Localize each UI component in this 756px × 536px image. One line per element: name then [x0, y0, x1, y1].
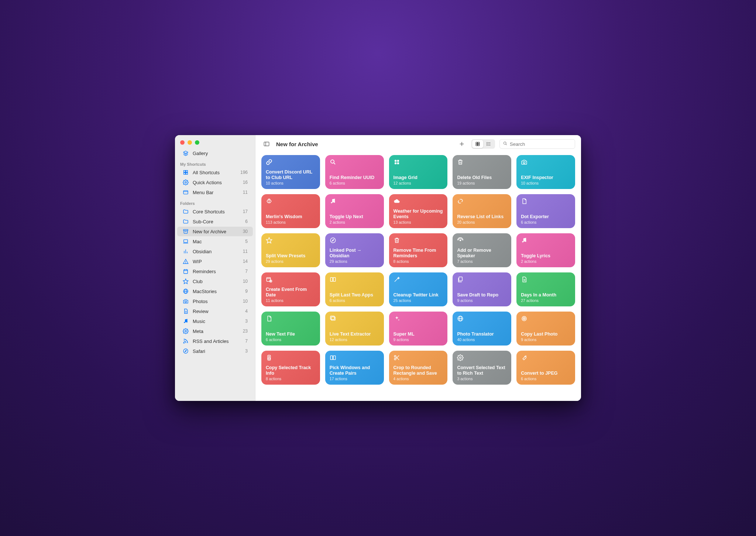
shortcut-action-count: 10 actions	[521, 181, 571, 185]
sidebar-item-wip[interactable]: WIP14	[177, 257, 253, 266]
shortcut-action-count: 27 actions	[521, 298, 571, 303]
shortcut-card[interactable]: Toggle Up Next2 actions	[325, 194, 384, 228]
svg-rect-54	[397, 162, 399, 164]
shortcut-card[interactable]: Reverse List of Links20 actions	[453, 194, 511, 228]
shortcut-title: EXIF Inspector	[521, 175, 571, 181]
shortcut-action-count: 8 actions	[266, 377, 316, 381]
shortcut-title: Reverse List of Links	[457, 214, 507, 220]
shortcut-card[interactable]: Remove Time From Reminders8 actions	[389, 233, 448, 267]
shortcut-card[interactable]: Delete Old Files19 actions	[453, 155, 511, 189]
sidebar-item-label: Menu Bar	[193, 190, 239, 195]
svg-point-46	[487, 145, 487, 145]
svg-point-65	[460, 240, 461, 241]
list-view-button[interactable]	[483, 140, 494, 148]
sidebar-item-all-shortcuts[interactable]: All Shortcuts196	[177, 168, 253, 177]
sidebar-item-mac[interactable]: Mac5	[177, 237, 253, 246]
sidebar-item-safari[interactable]: Safari3	[177, 346, 253, 356]
svg-rect-90	[330, 356, 333, 360]
trash-icon	[394, 237, 443, 244]
split-icon	[330, 354, 379, 361]
shortcut-card[interactable]: Days In a Month27 actions	[516, 272, 575, 306]
shortcut-card[interactable]: Crop to Rounded Rectangle and Save4 acti…	[389, 351, 448, 385]
shortcut-card[interactable]: Linked Post → Obsidian29 actions	[325, 233, 384, 267]
sidebar-item-label: Quick Actions	[193, 180, 239, 185]
close-window-button[interactable]	[180, 140, 185, 145]
sidebar-item-meta[interactable]: Meta23	[177, 326, 253, 336]
shortcut-card[interactable]: New Text File6 actions	[261, 312, 320, 346]
sidebar-item-menu-bar[interactable]: Menu Bar11	[177, 188, 253, 197]
shortcut-action-count: 7 actions	[457, 259, 507, 264]
grid-view-button[interactable]	[472, 140, 483, 148]
sidebar-item-count: 17	[243, 209, 248, 214]
main-panel: New for Archive Convert Discord URL	[255, 135, 581, 401]
zoom-window-button[interactable]	[195, 140, 199, 145]
shortcut-card[interactable]: Weather for Upcoming Events13 actions	[389, 194, 448, 228]
shortcut-card[interactable]: Dot Exporter6 actions	[516, 194, 575, 228]
toggle-sidebar-button[interactable]	[261, 140, 272, 148]
shortcut-title: Super ML	[394, 331, 443, 337]
shortcut-action-count: 10 actions	[266, 181, 316, 185]
shortcut-title: New Text File	[266, 331, 316, 337]
search-input[interactable]	[510, 141, 572, 147]
shortcut-title: Live Text Extractor	[330, 331, 379, 337]
shortcut-card[interactable]: Cleanup Twitter Link25 actions	[389, 272, 448, 306]
sidebar-item-club[interactable]: Club10	[177, 276, 253, 286]
shortcut-card[interactable]: Photo Translator40 actions	[453, 312, 511, 346]
sidebar-item-music[interactable]: Music3	[177, 316, 253, 326]
docstack-icon	[457, 276, 507, 283]
minimize-window-button[interactable]	[188, 140, 192, 145]
sidebar-item-count: 9	[245, 289, 248, 294]
shortcut-title: Toggle Lyrics	[521, 253, 571, 259]
sidebar-item-count: 196	[240, 170, 248, 175]
shortcut-action-count: 11 actions	[266, 298, 316, 303]
sidebar-item-label: RSS and Articles	[193, 339, 241, 344]
sidebar-item-obsidian[interactable]: Obsidian11	[177, 247, 253, 256]
sidebar-item-gallery[interactable]: Gallery	[177, 148, 253, 158]
shortcut-card[interactable]: Copy Selected Track Info8 actions	[261, 351, 320, 385]
shortcut-card[interactable]: Add or Remove Speaker7 actions	[453, 233, 511, 267]
shortcut-card[interactable]: Convert Selected Text to Rich Text3 acti…	[453, 351, 511, 385]
shortcut-card[interactable]: Convert Discord URL to Club URL10 action…	[261, 155, 320, 189]
shortcut-action-count: 9 actions	[521, 337, 571, 342]
sidebar-item-photos[interactable]: Photos10	[177, 296, 253, 306]
sidebar-item-label: Sub-Core	[193, 219, 241, 224]
shortcut-action-count: 2 actions	[330, 220, 379, 224]
shortcut-card[interactable]: EXIF Inspector10 actions	[516, 155, 575, 189]
shortcut-card[interactable]: Convert to JPEG6 actions	[516, 351, 575, 385]
shortcut-card[interactable]: Copy Last Photo9 actions	[516, 312, 575, 346]
sidebar-item-new-for-archive[interactable]: New for Archive30	[177, 227, 253, 236]
sidebar-item-quick-actions[interactable]: Quick Actions16	[177, 178, 253, 187]
shortcut-card[interactable]: Create Event From Date11 actions	[261, 272, 320, 306]
shortcut-card[interactable]: Pick Windows and Create Pairs17 actions	[325, 351, 384, 385]
toolbar: New for Archive	[255, 135, 581, 153]
shortcut-card[interactable]: Split Last Two Apps6 actions	[325, 272, 384, 306]
shortcut-card[interactable]: Toggle Lyrics2 actions	[516, 233, 575, 267]
shortcut-card[interactable]: Live Text Extractor12 actions	[325, 312, 384, 346]
shortcut-card[interactable]: Merlin's Wisdom113 actions	[261, 194, 320, 228]
sidebar-item-rss-and-articles[interactable]: RSS and Articles7	[177, 336, 253, 346]
shortcut-title: Linked Post → Obsidian	[330, 248, 379, 259]
sidebar-item-label: Music	[193, 319, 241, 324]
svg-rect-76	[459, 277, 463, 281]
sidebar-item-review[interactable]: Review4	[177, 306, 253, 316]
shortcut-card[interactable]: Find Reminder UUID6 actions	[325, 155, 384, 189]
shortcut-title: Delete Old Files	[457, 175, 507, 181]
laptop-icon	[182, 238, 189, 244]
shortcut-card[interactable]: Super ML9 actions	[389, 312, 448, 346]
camera-icon	[521, 159, 571, 165]
sidebar-item-core-shortcuts[interactable]: Core Shortcuts17	[177, 207, 253, 216]
svg-point-89	[269, 356, 269, 357]
sidebar-item-reminders[interactable]: Reminders7	[177, 267, 253, 276]
recycle-icon	[457, 198, 507, 205]
svg-line-50	[334, 163, 335, 164]
shortcut-action-count: 6 actions	[266, 337, 316, 342]
sidebar-item-sub-core[interactable]: Sub-Core6	[177, 217, 253, 226]
sidebar-item-macstories[interactable]: MacStories9	[177, 286, 253, 296]
shortcut-card[interactable]: Save Draft to Repo9 actions	[453, 272, 511, 306]
shortcut-card[interactable]: Split View Presets29 actions	[261, 233, 320, 267]
shortcut-card[interactable]: Image Grid12 actions	[389, 155, 448, 189]
search-field[interactable]	[499, 139, 575, 149]
add-shortcut-button[interactable]	[457, 140, 467, 148]
svg-marker-32	[185, 350, 186, 352]
folder-icon	[182, 209, 189, 214]
